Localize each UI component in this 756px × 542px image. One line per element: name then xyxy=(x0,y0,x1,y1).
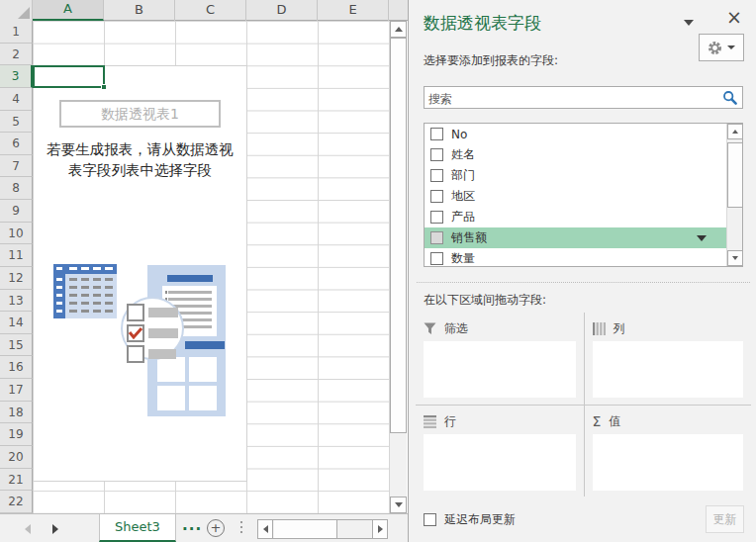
pivot-instruction-text: 若要生成报表，请从数据透视 表字段列表中选择字段 xyxy=(34,139,246,181)
field-dropdown-icon[interactable] xyxy=(697,235,707,241)
pivot-graphic xyxy=(34,254,247,432)
field-list-scroll-down-button[interactable] xyxy=(727,250,743,266)
field-checkbox[interactable] xyxy=(430,252,443,265)
row-header-14[interactable]: 14 xyxy=(0,312,33,334)
gear-icon xyxy=(708,41,722,55)
column-header-c[interactable]: C xyxy=(175,0,246,21)
row-header-21[interactable]: 21 xyxy=(0,469,33,492)
column-header-e[interactable]: E xyxy=(318,0,389,21)
columns-area: 列 xyxy=(584,313,752,405)
row-header-16[interactable]: 16 xyxy=(0,356,33,379)
filters-drop-zone[interactable] xyxy=(424,341,576,398)
next-sheet-button[interactable] xyxy=(52,524,58,534)
row-header-11[interactable]: 11 xyxy=(0,244,33,267)
row-header-3[interactable]: 3 xyxy=(0,65,33,88)
values-drop-zone[interactable] xyxy=(593,434,744,491)
scroll-right-button[interactable] xyxy=(372,520,387,538)
field-list-scroll-thumb[interactable] xyxy=(727,142,743,208)
selected-cell-a3[interactable] xyxy=(33,65,105,88)
row-header-6[interactable]: 6 xyxy=(0,133,33,155)
column-headers: ABCDE xyxy=(0,0,408,21)
field-rows: No姓名部门地区产品销售额数量 xyxy=(425,124,742,267)
pane-close-button[interactable]: × xyxy=(726,8,742,27)
field-label: 销售额 xyxy=(451,229,487,246)
pane-menu-button[interactable] xyxy=(684,20,694,26)
field-item-数量[interactable]: 数量 xyxy=(425,248,728,267)
row-header-4[interactable]: 4 xyxy=(0,88,33,111)
field-list: No姓名部门地区产品销售额数量 xyxy=(424,123,743,267)
filter-icon xyxy=(424,322,436,335)
columns-icon xyxy=(593,322,606,335)
prev-sheet-button[interactable] xyxy=(25,524,31,534)
pane-divider xyxy=(417,282,750,283)
area-label: 筛选 xyxy=(444,320,468,337)
field-label: 姓名 xyxy=(451,146,475,163)
row-header-12[interactable]: 12 xyxy=(0,267,33,290)
row-header-8[interactable]: 8 xyxy=(0,177,33,200)
down-arrow-icon xyxy=(395,502,403,507)
field-checkbox[interactable] xyxy=(430,169,443,182)
vertical-scroll-thumb[interactable] xyxy=(390,38,407,433)
field-checkbox[interactable] xyxy=(430,148,443,161)
defer-layout-label: 延迟布局更新 xyxy=(444,511,516,528)
rows-area: 行 xyxy=(416,405,584,497)
row-header-22[interactable]: 22 xyxy=(0,491,33,513)
row-header-17[interactable]: 17 xyxy=(0,379,33,402)
field-item-姓名[interactable]: 姓名 xyxy=(425,144,728,165)
scroll-left-button[interactable] xyxy=(258,520,273,538)
row-header-18[interactable]: 18 xyxy=(0,402,33,424)
update-button[interactable]: 更新 xyxy=(706,505,744,533)
row-header-13[interactable]: 13 xyxy=(0,290,33,313)
defer-layout-row: 延迟布局更新 xyxy=(424,511,516,528)
field-label: No xyxy=(451,128,467,141)
columns-drop-zone[interactable] xyxy=(593,341,744,398)
drop-areas: 筛选 列 xyxy=(416,313,751,497)
row-header-2[interactable]: 2 xyxy=(0,44,33,66)
column-header-d[interactable]: D xyxy=(246,0,318,21)
field-label: 部门 xyxy=(451,167,475,184)
field-checkbox[interactable] xyxy=(430,231,443,244)
field-item-产品[interactable]: 产品 xyxy=(425,207,728,227)
horizontal-scrollbar[interactable] xyxy=(257,519,388,539)
field-checkbox[interactable] xyxy=(430,190,443,203)
sheet-tab-sheet3[interactable]: Sheet3 xyxy=(99,514,176,542)
column-header-a[interactable]: A xyxy=(33,0,104,21)
search-input[interactable]: 搜索 xyxy=(424,86,743,109)
row-header-9[interactable]: 9 xyxy=(0,200,33,223)
field-item-No[interactable]: No xyxy=(425,124,728,144)
row-header-1[interactable]: 1 xyxy=(0,21,33,44)
up-arrow-icon xyxy=(395,27,403,32)
vertical-scrollbar[interactable] xyxy=(390,21,407,513)
filters-area: 筛选 xyxy=(416,313,584,405)
horizontal-scroll-thumb[interactable] xyxy=(274,520,337,538)
right-arrow-icon xyxy=(378,525,383,533)
select-all-triangle-icon xyxy=(18,7,30,19)
field-item-部门[interactable]: 部门 xyxy=(425,165,728,186)
row-header-15[interactable]: 15 xyxy=(0,334,33,357)
row-header-5[interactable]: 5 xyxy=(0,111,33,134)
row-header-10[interactable]: 10 xyxy=(0,223,33,245)
fill-handle[interactable] xyxy=(101,84,107,90)
scroll-down-button[interactable] xyxy=(390,497,407,513)
more-sheets-button[interactable]: ... xyxy=(182,516,202,534)
row-header-20[interactable]: 20 xyxy=(0,446,33,469)
select-all-button[interactable] xyxy=(0,0,33,21)
row-header-7[interactable]: 7 xyxy=(0,155,33,178)
field-checkbox[interactable] xyxy=(430,128,443,140)
row-header-19[interactable]: 19 xyxy=(0,423,33,446)
rows-drop-zone[interactable] xyxy=(424,434,576,491)
field-checkbox[interactable] xyxy=(430,211,443,224)
defer-layout-checkbox[interactable] xyxy=(424,513,436,526)
field-list-scrollbar[interactable] xyxy=(726,124,742,266)
new-sheet-button[interactable]: + xyxy=(207,519,225,537)
field-item-地区[interactable]: 地区 xyxy=(425,186,728,207)
tools-button[interactable] xyxy=(699,34,744,61)
column-header-b[interactable]: B xyxy=(104,0,175,21)
field-item-销售额[interactable]: 销售额 xyxy=(425,227,728,248)
field-list-scroll-up-button[interactable] xyxy=(727,124,743,139)
scroll-up-button[interactable] xyxy=(390,21,407,38)
instruction-line-2: 表字段列表中选择字段 xyxy=(68,162,212,178)
area-label: 列 xyxy=(614,320,625,337)
pivot-placeholder: 数据透视表1 若要生成报表，请从数据透视 表字段列表中选择字段 xyxy=(33,65,247,482)
column-header-strip: ABCDE xyxy=(33,0,389,20)
